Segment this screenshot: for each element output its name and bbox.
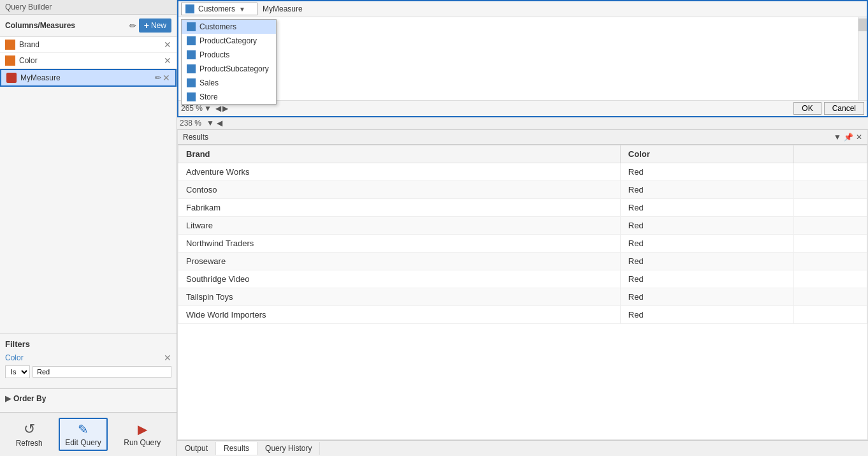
cell-color: Red — [620, 235, 793, 253]
tab-output[interactable]: Output — [177, 442, 216, 455]
formula-area: Customers ▼ MyMeasure Customers ProductC… — [177, 0, 868, 117]
column-item-mymeasure[interactable]: MyMeasure ✏ ✕ — [0, 69, 177, 87]
formula-name-label: MyMeasure — [263, 4, 303, 13]
results-title: Results — [183, 133, 208, 142]
refresh-icon: ↺ — [24, 421, 35, 438]
table-icon — [185, 4, 194, 13]
table-selector-label: Customers — [198, 4, 235, 13]
cell-color: Red — [620, 288, 793, 306]
formula-toolbar: Customers ▼ MyMeasure — [178, 1, 867, 17]
table-icon-customers — [187, 22, 196, 31]
cell-empty — [793, 288, 867, 306]
tab-query-history[interactable]: Query History — [257, 442, 320, 455]
table-row: Tailspin ToysRed — [178, 288, 867, 306]
table-icon-store — [187, 92, 196, 101]
filter-remove-button[interactable]: ✕ — [164, 353, 171, 363]
formula-actions: OK Cancel — [793, 102, 864, 115]
cell-brand: Northwind Traders — [178, 235, 621, 253]
dropdown-item-products[interactable]: Products — [182, 48, 276, 62]
remove-color-button[interactable]: ✕ — [164, 55, 171, 66]
table-selector[interactable]: Customers ▼ — [181, 3, 257, 15]
left-panel: Query Builder Columns/Measures ✏ + New B… — [0, 0, 177, 456]
col-header-color: Color — [620, 145, 793, 163]
dropdown-item-store[interactable]: Store — [182, 90, 276, 104]
measure-icon-mymeasure — [6, 73, 17, 83]
cell-brand: Tailspin Toys — [178, 288, 621, 306]
formula-bottom-bar: 265 % ▼ ◀ ▶ OK Cancel — [178, 100, 867, 116]
columns-measures-title: Columns/Measures — [5, 21, 75, 30]
main-container: Query Builder Columns/Measures ✏ + New B… — [0, 0, 868, 456]
remove-brand-button[interactable]: ✕ — [164, 40, 171, 50]
table-row: LitwareRed — [178, 217, 867, 235]
cell-color: Red — [620, 181, 793, 199]
formula-zoom: 265 % ▼ ◀ ▶ — [181, 104, 228, 113]
table-row: Adventure WorksRed — [178, 163, 867, 181]
columns-measures-header: Columns/Measures ✏ + New — [0, 15, 177, 37]
results-section: Results ▼ 📌 ✕ Brand Color — [177, 129, 868, 440]
second-scroll-icon[interactable]: ◀ — [217, 119, 222, 128]
pencil-icon-button[interactable]: ✏ — [129, 21, 136, 31]
results-controls: ▼ 📌 ✕ — [834, 133, 862, 142]
table-row: ContosoRed — [178, 181, 867, 199]
scroll-right-icon[interactable]: ▶ — [222, 104, 228, 113]
edit-query-button[interactable]: ✎ Edit Query — [59, 418, 108, 451]
table-row: ProsewareRed — [178, 253, 867, 270]
cell-brand: Wide World Importers — [178, 306, 621, 324]
cell-color: Red — [620, 217, 793, 235]
cell-color: Red — [620, 163, 793, 181]
cell-brand: Adventure Works — [178, 163, 621, 181]
filter-value-input[interactable] — [33, 366, 171, 378]
results-table: Brand Color Adventure WorksRedContosoRed… — [178, 145, 867, 324]
results-dropdown-button[interactable]: ▼ — [834, 133, 841, 142]
edit-query-icon: ✎ — [78, 422, 89, 437]
zoom-control-icon[interactable]: ▼ — [204, 104, 212, 113]
table-icon-productcategory — [187, 36, 196, 45]
column-item-brand[interactable]: Brand ✕ — [0, 37, 177, 53]
results-header: Results ▼ 📌 ✕ — [178, 130, 867, 145]
cancel-button[interactable]: Cancel — [824, 102, 864, 115]
remove-mymeasure-button[interactable]: ✕ — [163, 73, 170, 83]
filters-section: Filters Color ✕ Is — [0, 334, 177, 388]
grid-icon — [186, 5, 194, 13]
dropdown-item-productsubcategory[interactable]: ProductSubcategory — [182, 62, 276, 76]
run-query-button[interactable]: ▶ Run Query — [119, 419, 166, 450]
dimension-icon-color — [5, 55, 15, 66]
refresh-button[interactable]: ↺ Refresh — [11, 418, 48, 450]
new-button[interactable]: + New — [139, 18, 171, 33]
formula-scrollbar-thumb — [858, 18, 867, 31]
table-header-row: Brand Color — [178, 145, 867, 163]
order-by-title[interactable]: ▶ Order By — [5, 394, 171, 403]
cell-empty — [793, 235, 867, 253]
table-row: Wide World ImportersRed — [178, 306, 867, 324]
table-icon-productsubcategory — [187, 64, 196, 73]
tab-results[interactable]: Results — [216, 442, 257, 455]
ok-button[interactable]: OK — [793, 102, 821, 115]
order-by-arrow-icon: ▶ — [5, 394, 11, 403]
second-zoom-dropdown[interactable]: ▼ — [206, 119, 214, 128]
filters-title: Filters — [5, 339, 171, 349]
table-row: FabrikamRed — [178, 199, 867, 217]
results-table-container[interactable]: Brand Color Adventure WorksRedContosoRed… — [178, 145, 867, 439]
column-name-brand: Brand — [19, 40, 164, 49]
formula-vertical-scrollbar[interactable] — [858, 17, 867, 100]
table-row: Northwind TradersRed — [178, 235, 867, 253]
query-builder-header: Query Builder — [0, 0, 177, 15]
dropdown-item-customers[interactable]: Customers — [182, 20, 276, 34]
dropdown-item-sales[interactable]: Sales — [182, 76, 276, 90]
query-builder-title: Query Builder — [5, 3, 52, 11]
dropdown-item-productcategory[interactable]: ProductCategory — [182, 34, 276, 48]
right-panel: Customers ▼ MyMeasure Customers ProductC… — [177, 0, 868, 456]
column-item-color[interactable]: Color ✕ — [0, 53, 177, 69]
cell-brand: Fabrikam — [178, 199, 621, 217]
second-bar: 238 % ▼ ◀ — [177, 117, 868, 129]
table-icon-sales — [187, 78, 196, 87]
cell-brand: Southridge Video — [178, 270, 621, 288]
formula-content-area[interactable] — [178, 17, 867, 100]
results-pin-button[interactable]: 📌 — [844, 133, 853, 142]
scroll-left-icon[interactable]: ◀ — [215, 104, 221, 113]
edit-mymeasure-button[interactable]: ✏ — [155, 73, 161, 82]
filter-operator-select[interactable]: Is — [5, 365, 30, 378]
cell-empty — [793, 270, 867, 288]
results-close-button[interactable]: ✕ — [856, 133, 862, 142]
filter-controls: Is — [5, 365, 171, 378]
